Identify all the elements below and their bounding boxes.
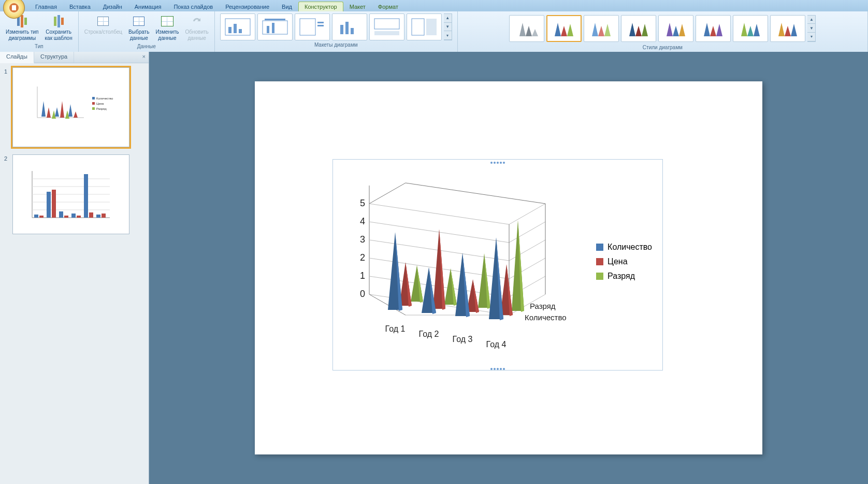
svg-marker-30 [635,26,642,36]
cone-y3-s3 [478,253,490,309]
svg-text:Год 4: Год 4 [486,340,507,349]
svg-line-100 [369,204,509,224]
tab-slideshow[interactable]: Показ слайдов [167,2,219,11]
svg-marker-47 [47,107,51,118]
switch-row-column-button: Строка/столбец [82,12,125,43]
svg-line-105 [406,183,545,204]
tab-design[interactable]: Дизайн [97,2,128,11]
svg-text:Количество: Количество [96,97,113,100]
edit-data-button[interactable]: Изменить данные [153,12,181,43]
tab-view[interactable]: Вид [276,2,298,11]
ribbon-tabs: Главная Вставка Дизайн Анимация Показ сл… [0,0,868,11]
layout-5[interactable] [369,13,404,40]
slides-tab[interactable]: Слайды [0,52,34,63]
svg-rect-75 [84,174,88,218]
refresh-data-button: Обновить данные [182,12,211,43]
scroll-more-icon[interactable]: ▾ [807,33,815,41]
legend-swatch-3 [596,273,603,280]
style-5[interactable] [658,15,693,42]
svg-text:Цена: Цена [96,102,104,105]
svg-marker-49 [55,107,59,117]
slide-editor: 0 1 2 3 4 5 [149,52,868,484]
style-3[interactable] [584,15,619,42]
select-data-icon [132,14,146,29]
ytick-3: 3 [360,234,365,245]
outline-tab[interactable]: Структура [34,52,74,63]
svg-rect-12 [317,25,324,26]
scroll-up-icon[interactable]: ▲ [444,14,452,23]
svg-rect-68 [39,216,44,218]
svg-line-104 [369,183,406,204]
ytick-0: 0 [360,289,365,299]
svg-rect-76 [89,212,93,218]
svg-line-97 [509,240,545,261]
svg-marker-34 [679,24,685,36]
scroll-up-icon[interactable]: ▲ [807,16,815,24]
ribbon-group-styles: ▲▼▾ Стили диаграмм [458,11,868,52]
svg-rect-67 [34,215,38,218]
slide-thumbnail-1[interactable]: Количество Цена Разряд [12,67,129,147]
tab-review[interactable]: Рецензирование [219,2,276,11]
style-2[interactable] [546,15,582,42]
slide-canvas[interactable]: 0 1 2 3 4 5 [255,81,762,454]
depth-label-1: Количество [525,313,567,322]
select-data-button[interactable]: Выбрать данные [126,12,152,43]
layout-1[interactable] [220,13,255,40]
svg-marker-21 [526,26,532,36]
svg-rect-4 [234,24,237,33]
svg-marker-26 [592,23,598,36]
svg-rect-5 [239,29,242,33]
style-7[interactable] [733,15,768,42]
tab-chart-designer[interactable]: Конструктор [298,2,343,11]
legend-label-2: Цена [607,257,627,266]
style-6[interactable] [696,15,731,42]
svg-marker-53 [74,111,78,118]
svg-rect-10 [300,19,315,35]
tab-insert[interactable]: Вставка [63,2,97,11]
save-as-template-button[interactable]: Сохранить как шаблон [42,12,75,43]
svg-line-101 [509,204,545,224]
group-label-data: Данные [137,43,156,51]
svg-rect-1 [12,5,16,10]
chart-legend: Количество Цена Разряд [596,243,652,286]
svg-marker-28 [604,24,611,36]
ribbon-group-data: Строка/столбец Выбрать данные Изменить д… [79,11,215,52]
ytick-5: 5 [360,198,365,208]
svg-marker-48 [52,110,56,119]
svg-marker-38 [741,23,747,36]
svg-rect-17 [374,31,399,35]
svg-rect-14 [345,22,349,34]
svg-marker-41 [778,23,785,36]
svg-marker-20 [519,23,526,36]
scroll-more-icon[interactable]: ▾ [444,31,452,40]
ribbon: Изменить тип диаграммы Сохранить как шаб… [0,11,868,52]
refresh-icon [190,14,204,29]
layout-4[interactable] [332,13,367,40]
tab-home[interactable]: Главная [29,2,63,11]
layouts-scroll[interactable]: ▲▼▾ [444,13,452,40]
group-label-layouts: Макеты диаграмм [314,41,358,49]
svg-marker-40 [754,24,760,36]
close-panel-button[interactable]: × [142,53,146,60]
layout-2[interactable] [257,13,293,40]
svg-marker-24 [561,26,567,36]
style-4[interactable] [621,15,656,42]
styles-scroll[interactable]: ▲▼▾ [807,15,816,42]
tab-animation[interactable]: Анимация [128,2,168,11]
svg-rect-58 [92,107,95,110]
svg-line-99 [509,222,545,243]
tab-chart-format[interactable]: Формат [372,2,404,11]
layout-6[interactable] [407,13,442,40]
svg-marker-50 [60,101,64,118]
scroll-down-icon[interactable]: ▼ [807,24,815,33]
style-1[interactable] [509,15,544,42]
tab-chart-layout[interactable]: Макет [343,2,372,11]
scroll-down-icon[interactable]: ▼ [444,23,452,32]
svg-rect-3 [228,27,232,33]
style-8[interactable] [770,15,805,42]
layout-3[interactable] [295,13,330,40]
slide-thumbnail-2[interactable] [12,154,129,234]
svg-rect-16 [374,19,399,29]
chart-object[interactable]: 0 1 2 3 4 5 [332,159,663,371]
ytick-4: 4 [360,216,365,226]
